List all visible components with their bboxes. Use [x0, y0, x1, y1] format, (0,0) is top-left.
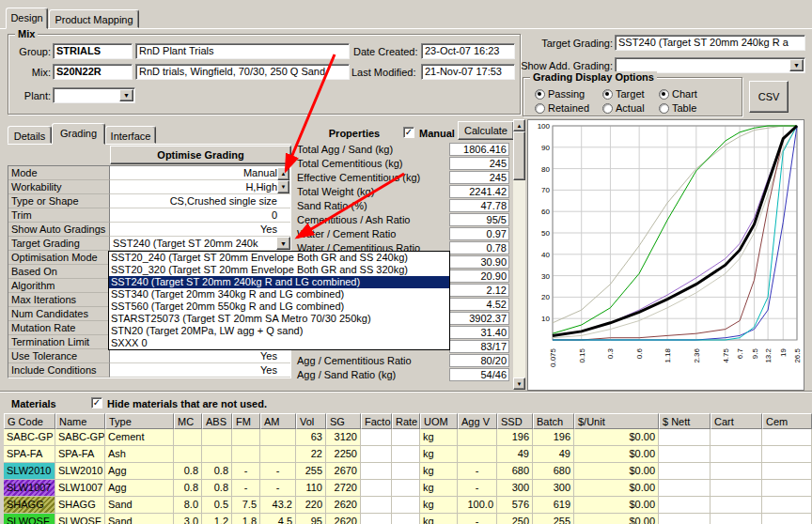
spinner-up-button[interactable]: ▲	[277, 167, 289, 180]
cell-mc[interactable]: 8.0	[174, 497, 202, 514]
cell-type[interactable]: Cement	[105, 429, 174, 446]
cell-uom[interactable]: kg	[420, 497, 458, 514]
cell-type[interactable]: Sand	[105, 497, 174, 514]
chevron-down-icon[interactable]: ▼	[119, 89, 133, 101]
column-header-type[interactable]: Type	[105, 413, 174, 429]
property-value-workability[interactable]: H,High	[110, 180, 290, 194]
column-header-rate[interactable]: Rate	[392, 413, 420, 429]
column-header-am[interactable]: AM	[260, 413, 296, 429]
cell-agg-v[interactable]: -	[458, 480, 497, 497]
cell-facto[interactable]	[361, 514, 392, 524]
cell-rate[interactable]	[392, 497, 420, 514]
cell-uom[interactable]: kg	[420, 446, 458, 463]
cell-am[interactable]: 4.5	[260, 514, 296, 524]
column-header-facto[interactable]: Facto	[361, 413, 392, 429]
cell-abs[interactable]: 0.8	[202, 480, 232, 497]
column-header-g-code[interactable]: G Code	[4, 413, 55, 429]
mode-spinner[interactable]: ▲ ▼	[277, 167, 289, 193]
properties-scrollbar[interactable]: ▲ ▼	[513, 119, 525, 390]
cell-rate[interactable]	[392, 429, 420, 446]
cell-abs[interactable]	[202, 446, 232, 463]
cell-nett[interactable]	[659, 497, 710, 514]
cell-batch[interactable]: 680	[533, 463, 574, 480]
cell-nett[interactable]	[659, 446, 710, 463]
property-value-target-grading[interactable]: SST240 (Target ST 20mm 240k▼	[110, 237, 290, 251]
cell-fm[interactable]	[232, 446, 260, 463]
column-header-sg[interactable]: SG	[326, 413, 361, 429]
cell-type[interactable]: Ash	[105, 446, 174, 463]
property-value-show-auto-gradings[interactable]: Yes	[110, 223, 290, 237]
scrollbar-track[interactable]	[513, 131, 525, 378]
cell-uom[interactable]: kg	[420, 429, 458, 446]
cell-facto[interactable]	[361, 446, 392, 463]
calculate-button[interactable]: Calculate	[458, 121, 514, 140]
cell-fm[interactable]: 7.5	[232, 497, 260, 514]
property-value-trim[interactable]: 0	[110, 208, 290, 223]
cell-type[interactable]: Agg	[105, 463, 174, 480]
radio-table[interactable]: Table	[659, 102, 696, 114]
cell-am[interactable]: 43.2	[260, 497, 296, 514]
dropdown-item[interactable]: STARST25073 (Target ST 20mm SA Metro 70/…	[109, 313, 449, 325]
cell-rate[interactable]	[392, 480, 420, 497]
cell-g-code[interactable]: SLW2010	[4, 463, 55, 480]
cell-mc[interactable]: 0.8	[174, 480, 202, 497]
cell-ssd[interactable]: 680	[497, 463, 533, 480]
cell-cart[interactable]	[710, 480, 762, 497]
cell-name[interactable]: SHAGG	[55, 497, 105, 514]
cell-unit[interactable]: $0.00	[574, 497, 659, 514]
cell-am[interactable]	[260, 446, 296, 463]
cell-sg[interactable]: 2670	[326, 463, 361, 480]
cell-name[interactable]: SPA-FA	[55, 446, 105, 463]
column-header-unit[interactable]: $/Unit	[574, 413, 659, 429]
cell-unit[interactable]: $0.00	[574, 446, 659, 463]
cell-agg-v[interactable]: -	[458, 514, 497, 524]
scroll-down-button[interactable]: ▼	[513, 378, 525, 390]
cell-sg[interactable]: 3120	[326, 429, 361, 446]
cell-g-code[interactable]: SHAGG	[4, 497, 55, 514]
cell-name[interactable]: SLWQSF	[55, 514, 105, 524]
cell-vol[interactable]: 63	[296, 429, 326, 446]
column-header-uom[interactable]: UOM	[420, 413, 458, 429]
dropdown-item-selected[interactable]: SST240 (Target ST 20mm 240kg R and LG co…	[109, 276, 449, 288]
cell-unit[interactable]: $0.00	[574, 480, 659, 497]
cell-unit[interactable]: $0.00	[574, 514, 659, 524]
cell-cem[interactable]	[762, 514, 812, 524]
cell-batch[interactable]: 255	[533, 514, 574, 524]
cell-fm[interactable]: -	[232, 463, 260, 480]
cell-agg-v[interactable]	[458, 446, 497, 463]
column-header-mc[interactable]: MC	[174, 413, 202, 429]
cell-cem[interactable]	[762, 463, 812, 480]
group-name-field[interactable]: RnD Plant Trials	[135, 43, 350, 59]
dropdown-item[interactable]: SXXX 0	[109, 337, 449, 349]
column-header-cart[interactable]: Cart	[710, 413, 762, 429]
cell-sg[interactable]: 2620	[326, 514, 361, 524]
cell-ssd[interactable]: 300	[497, 480, 533, 497]
cell-batch[interactable]: 300	[533, 480, 574, 497]
cell-mc[interactable]: 3.0	[174, 514, 202, 524]
cell-nett[interactable]	[659, 429, 710, 446]
tab-grading[interactable]: Grading	[52, 123, 105, 145]
cell-vol[interactable]: 22	[296, 446, 326, 463]
cell-cart[interactable]	[710, 497, 762, 514]
cell-agg-v[interactable]: -	[458, 463, 497, 480]
cell-name[interactable]: SABC-GP	[55, 429, 105, 446]
property-value-type-or-shape[interactable]: CS,Crushed single size	[110, 194, 290, 208]
cell-abs[interactable]	[202, 429, 232, 446]
csv-button[interactable]: CSV	[749, 81, 789, 113]
cell-mc[interactable]	[174, 446, 202, 463]
dropdown-item[interactable]: SST20_320 (Target ST 20mm Envelope Both …	[109, 264, 449, 276]
cell-abs[interactable]: 0.5	[202, 497, 232, 514]
cell-sg[interactable]: 2620	[326, 497, 361, 514]
spinner-down-button[interactable]: ▼	[277, 180, 289, 193]
cell-g-code[interactable]: SLWQSF	[4, 514, 55, 524]
hide-materials-checkbox[interactable]: ✓	[91, 397, 102, 408]
column-header-abs[interactable]: ABS	[202, 413, 232, 429]
optimise-grading-button[interactable]: Optimise Grading	[110, 146, 291, 164]
radio-target[interactable]: Target	[602, 88, 645, 100]
mix-name-field[interactable]: RnD trials, Wingfield, 70/30, 250 Q Sand	[135, 64, 350, 80]
cell-cart[interactable]	[710, 463, 762, 480]
scrollbar-thumb[interactable]	[513, 131, 525, 180]
cell-sg[interactable]: 2720	[326, 480, 361, 497]
dropdown-item[interactable]: SST340 (Target 20mm 340kg R and LG combi…	[109, 288, 449, 301]
radio-chart[interactable]: Chart	[659, 88, 697, 100]
